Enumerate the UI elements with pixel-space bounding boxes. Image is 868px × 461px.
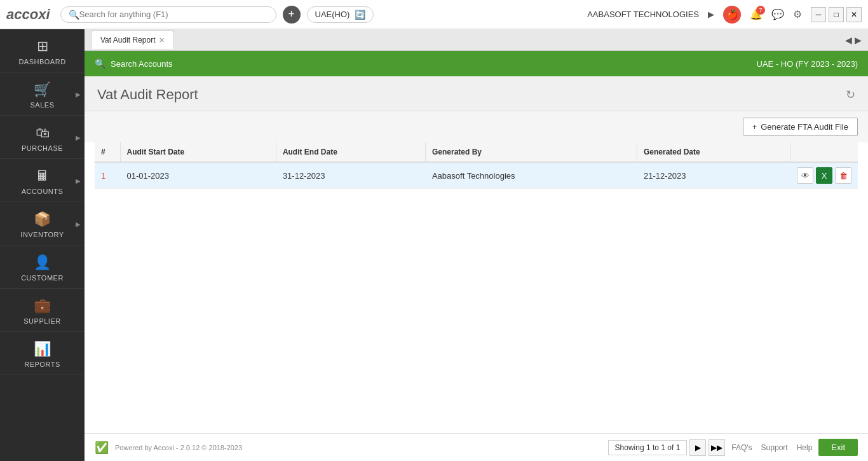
search-icon: 🔍 <box>69 10 79 20</box>
generate-btn-label: Generate FTA Audit File <box>761 122 848 132</box>
col-header-generated-date: Generated Date <box>637 142 790 162</box>
inventory-arrow-icon: ▶ <box>76 220 81 227</box>
sales-arrow-icon: ▶ <box>76 90 81 97</box>
add-button[interactable]: + <box>283 6 301 24</box>
col-header-audit-end: Audit End Date <box>276 142 425 162</box>
tab-label: Vat Audit Report <box>100 36 156 45</box>
delete-button[interactable]: 🗑 <box>835 167 851 184</box>
sales-icon: 🛒 <box>34 81 51 98</box>
sidebar-label-sales: SALES <box>31 101 55 109</box>
maximize-button[interactable]: □ <box>829 7 844 22</box>
page-title-bar: Vat Audit Report ↻ <box>85 76 868 111</box>
chat-icon[interactable]: 💬 <box>771 8 784 20</box>
footer-left: ✅ Powered by Accoxi - 2.0.12 © 2018-2023 <box>95 441 242 455</box>
sidebar-item-sales[interactable]: 🛒 SALES ▶ <box>0 72 85 116</box>
cell-generated-date: 21-12-2023 <box>637 162 790 189</box>
reports-icon: 📊 <box>34 341 51 357</box>
search-input[interactable] <box>79 10 257 19</box>
content-wrapper: 🔍 Search Accounts UAE - HO (FY 2023 - 20… <box>85 51 868 461</box>
table-row[interactable]: 1 01-01-2023 31-12-2023 Aabasoft Technol… <box>95 162 858 189</box>
sidebar-label-customer: CUSTOMER <box>21 274 64 282</box>
sidebar-item-inventory[interactable]: 📦 INVENTORY ▶ <box>0 202 85 245</box>
footer-links: FAQ's Support Help <box>731 443 812 452</box>
exit-button[interactable]: Exit <box>818 439 858 456</box>
col-header-num: # <box>95 142 120 162</box>
table-header-row: # Audit Start Date Audit End Date Genera… <box>95 142 858 162</box>
tab-close-icon[interactable]: × <box>159 35 165 45</box>
fiscal-info: UAE - HO (FY 2023 - 2023) <box>757 59 858 69</box>
tab-actions: ◀ ▶ <box>845 35 862 45</box>
tab-scroll-right-button[interactable]: ▶ <box>855 35 862 45</box>
sidebar-label-purchase: PURCHASE <box>22 144 63 152</box>
search-bar[interactable]: 🔍 <box>60 6 276 23</box>
sidebar-item-customer[interactable]: 👤 CUSTOMER <box>0 245 85 289</box>
footer-logo-icon: ✅ <box>95 441 109 455</box>
app-logo: accoxi <box>6 6 50 23</box>
excel-button[interactable]: X <box>816 167 832 184</box>
close-button[interactable]: ✕ <box>846 7 862 22</box>
company-name: AABASOFT TECHNOLOGIES <box>587 10 699 19</box>
sidebar-label-supplier: SUPPLIER <box>24 317 60 325</box>
search-accounts-icon: 🔍 <box>95 58 105 69</box>
sidebar-item-accounts[interactable]: 🖩 ACCOUNTS ▶ <box>0 159 85 202</box>
accounts-arrow-icon: ▶ <box>76 177 81 184</box>
footer: ✅ Powered by Accoxi - 2.0.12 © 2018-2023… <box>85 433 868 461</box>
branch-name: UAE(HO) <box>315 10 350 19</box>
cell-actions: 👁 X 🗑 <box>790 162 858 189</box>
company-arrow-icon: ▶ <box>708 10 714 19</box>
plus-icon: + <box>752 122 757 132</box>
sidebar-item-supplier[interactable]: 💼 SUPPLIER <box>0 289 85 332</box>
topbar: accoxi 🔍 + UAE(HO) 🔄 AABASOFT TECHNOLOGI… <box>0 0 868 29</box>
footer-right: Showing 1 to 1 of 1 ▶ ▶▶ FAQ's Support H… <box>608 439 858 456</box>
table-body: 1 01-01-2023 31-12-2023 Aabasoft Technol… <box>95 162 858 189</box>
tab-bar: Vat Audit Report × ◀ ▶ <box>85 29 868 51</box>
main-layout: ⊞ DASHBOARD 🛒 SALES ▶ 🛍 PURCHASE ▶ 🖩 ACC… <box>0 29 868 461</box>
faq-link[interactable]: FAQ's <box>731 443 752 452</box>
pagination: Showing 1 to 1 of 1 ▶ ▶▶ <box>608 439 726 456</box>
settings-icon[interactable]: ⚙ <box>793 8 802 20</box>
content-area: Vat Audit Report × ◀ ▶ 🔍 Search Accounts… <box>85 29 868 461</box>
purchase-icon: 🛍 <box>36 125 50 141</box>
sidebar: ⊞ DASHBOARD 🛒 SALES ▶ 🛍 PURCHASE ▶ 🖩 ACC… <box>0 29 85 461</box>
powered-by-text: Powered by Accoxi - 2.0.12 © 2018-2023 <box>115 444 242 451</box>
minimize-button[interactable]: ─ <box>811 7 826 22</box>
generate-fta-button[interactable]: + Generate FTA Audit File <box>743 118 858 136</box>
accounts-icon: 🖩 <box>36 168 50 184</box>
title-refresh-button[interactable]: ↻ <box>846 88 855 102</box>
cell-audit-start: 01-01-2023 <box>120 162 276 189</box>
next-page-button[interactable]: ▶ <box>689 439 706 456</box>
page-title: Vat Audit Report <box>97 86 198 103</box>
view-button[interactable]: 👁 <box>797 167 813 184</box>
search-accounts-label: Search Accounts <box>111 59 173 69</box>
sidebar-label-accounts: ACCOUNTS <box>22 188 64 195</box>
branch-selector[interactable]: UAE(HO) 🔄 <box>307 6 374 23</box>
window-controls: ─ □ ✕ <box>811 7 862 22</box>
toolbar: + Generate FTA Audit File <box>85 111 868 142</box>
help-link[interactable]: Help <box>797 443 813 452</box>
notification-badge: 7 <box>756 6 765 15</box>
topbar-right: AABASOFT TECHNOLOGIES ▶ 🍎 🔔 7 💬 ⚙ ─ □ ✕ <box>587 6 862 24</box>
col-header-generated-by: Generated By <box>425 142 637 162</box>
last-page-button[interactable]: ▶▶ <box>709 439 725 456</box>
notification-icon[interactable]: 🔔 7 <box>750 8 763 20</box>
customer-icon: 👤 <box>34 254 51 271</box>
purchase-arrow-icon: ▶ <box>76 134 81 141</box>
sidebar-item-dashboard[interactable]: ⊞ DASHBOARD <box>0 29 85 72</box>
cell-generated-by: Aabasoft Technologies <box>425 162 637 189</box>
support-link[interactable]: Support <box>761 443 788 452</box>
cell-num: 1 <box>95 162 120 189</box>
sidebar-label-reports: REPORTS <box>24 361 60 368</box>
table-container: # Audit Start Date Audit End Date Genera… <box>85 142 868 433</box>
tab-vat-audit-report[interactable]: Vat Audit Report × <box>91 31 174 49</box>
sidebar-label-dashboard: DASHBOARD <box>18 58 65 65</box>
sidebar-item-reports[interactable]: 📊 REPORTS <box>0 332 85 375</box>
avatar: 🍎 <box>723 6 741 24</box>
sidebar-item-purchase[interactable]: 🛍 PURCHASE ▶ <box>0 116 85 159</box>
page-info: Showing 1 to 1 of 1 <box>608 440 688 455</box>
green-bar: 🔍 Search Accounts UAE - HO (FY 2023 - 20… <box>85 51 868 76</box>
search-accounts-section[interactable]: 🔍 Search Accounts <box>95 58 173 69</box>
inventory-icon: 📦 <box>34 211 51 228</box>
col-header-actions <box>790 142 858 162</box>
audit-table: # Audit Start Date Audit End Date Genera… <box>95 142 858 189</box>
tab-scroll-left-button[interactable]: ◀ <box>845 35 852 45</box>
